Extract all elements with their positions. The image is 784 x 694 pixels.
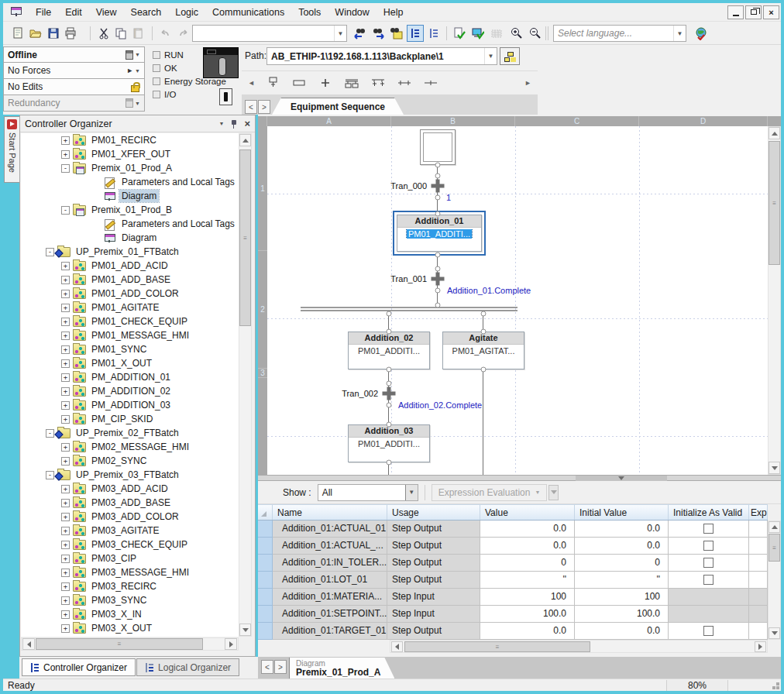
menu-item[interactable]: File bbox=[29, 3, 58, 22]
tree-expander[interactable] bbox=[61, 332, 70, 340]
sfc-canvas[interactable]: Tran_000 1 Addition_01 PM01_ADDITI... Tr… bbox=[267, 126, 768, 475]
row-selector[interactable] bbox=[258, 606, 273, 623]
step-addition-03[interactable]: Addition_03 PM01_ADDITI... bbox=[348, 424, 430, 462]
initial-value-cell[interactable]: 0.0 bbox=[575, 520, 669, 538]
tree-item[interactable]: PM01_CHECK_EQUIP bbox=[21, 314, 239, 328]
tree-item[interactable]: PM03_CHECK_EQUIP bbox=[21, 538, 239, 551]
find-next-button[interactable] bbox=[370, 25, 387, 42]
tree-expander[interactable] bbox=[61, 136, 70, 145]
tree-expander[interactable] bbox=[61, 527, 70, 535]
add-action-icon[interactable] bbox=[317, 76, 334, 90]
restore-button[interactable] bbox=[745, 5, 762, 19]
value-cell[interactable]: 0 bbox=[480, 555, 575, 572]
toggle-controller-organizer-button[interactable] bbox=[407, 25, 424, 42]
scroll-left-button[interactable] bbox=[22, 638, 35, 650]
expression-cell[interactable] bbox=[749, 538, 768, 555]
tree-item[interactable]: PM03_CIP bbox=[21, 551, 239, 565]
expression-cell[interactable] bbox=[749, 555, 768, 572]
scrollbar-thumb[interactable]: ≡ bbox=[769, 141, 780, 265]
undo-button[interactable] bbox=[156, 25, 174, 42]
initial-value-cell[interactable]: 0 bbox=[575, 555, 669, 572]
tab-controller-organizer[interactable]: Controller Organizer bbox=[22, 658, 136, 676]
tree-item[interactable]: PM01_XFER_OUT bbox=[21, 147, 239, 161]
edits-row[interactable]: No Edits bbox=[3, 79, 145, 95]
tree-item[interactable]: PM01_ADD_BASE bbox=[21, 273, 239, 287]
usage-cell[interactable]: Step Output bbox=[387, 623, 480, 640]
initialize-as-valid-cell[interactable] bbox=[669, 623, 749, 640]
value-cell[interactable]: '' bbox=[480, 572, 575, 589]
tree-item[interactable]: UP_Premix_02_FTBatch bbox=[21, 426, 239, 440]
zoom-out-button[interactable] bbox=[527, 25, 544, 42]
tree-expander[interactable] bbox=[61, 582, 70, 591]
column-header[interactable]: Value bbox=[480, 505, 575, 520]
scroll-down-button[interactable] bbox=[239, 624, 251, 636]
tree-expander[interactable] bbox=[46, 248, 54, 256]
scroll-up-button[interactable] bbox=[769, 521, 780, 533]
cut-button[interactable] bbox=[95, 25, 112, 42]
paste-button[interactable] bbox=[129, 25, 146, 42]
expression-cell[interactable] bbox=[749, 589, 768, 606]
transition-cross[interactable] bbox=[432, 180, 445, 193]
language-grid-button[interactable] bbox=[488, 25, 505, 42]
select-all-cell[interactable] bbox=[258, 505, 273, 520]
transition-name[interactable]: Tran_002 bbox=[342, 389, 378, 398]
tree-vertical-scrollbar[interactable]: ≡ bbox=[239, 133, 252, 637]
chevron-down-icon[interactable]: ▼ bbox=[135, 52, 140, 57]
toggle-logical-organizer-button[interactable] bbox=[425, 25, 442, 42]
tree-expander[interactable] bbox=[61, 304, 70, 312]
new-file-button[interactable] bbox=[9, 25, 26, 42]
tab-diagram-premix-01-prod-a[interactable]: Diagram Premix_01_Prod_A bbox=[289, 658, 394, 679]
show-filter-combobox[interactable]: All ▼ bbox=[318, 484, 418, 501]
tree-horizontal-scrollbar[interactable]: ≡ bbox=[21, 637, 239, 651]
parameter-name-cell[interactable]: Addition_01:ACTUAL_... bbox=[273, 538, 387, 555]
redo-button[interactable] bbox=[175, 25, 192, 42]
checkbox[interactable] bbox=[703, 541, 714, 551]
tab-start-page[interactable]: Start Page bbox=[4, 116, 19, 183]
step-tag[interactable]: PM01_ADDITI... bbox=[407, 229, 472, 239]
tree-expander[interactable] bbox=[61, 276, 70, 284]
add-step-icon[interactable] bbox=[264, 76, 281, 90]
filterbar-overflow-button[interactable] bbox=[548, 485, 559, 500]
tree-expander[interactable] bbox=[61, 596, 70, 605]
menu-item[interactable]: Help bbox=[377, 3, 411, 22]
language-combobox[interactable]: Select language... ▼ bbox=[553, 25, 686, 42]
tree-expander[interactable] bbox=[61, 513, 70, 521]
row-selector[interactable] bbox=[258, 572, 273, 589]
diagram-table-splitter[interactable] bbox=[258, 475, 781, 481]
path-combobox[interactable]: AB_ETHIP-1\192.168.1.113\Backplane\1 ▼ bbox=[266, 47, 497, 65]
resize-grip[interactable] bbox=[776, 686, 779, 689]
tree-expander[interactable] bbox=[61, 499, 70, 507]
energy-storage-button[interactable] bbox=[219, 88, 232, 105]
row-selector[interactable] bbox=[258, 538, 273, 555]
tree-item[interactable]: PM02_SYNC bbox=[21, 454, 239, 468]
redundancy-row[interactable]: Redundancy ▼ bbox=[3, 95, 145, 112]
controller-mode-row[interactable]: Offline ▼ bbox=[3, 46, 145, 63]
menu-item[interactable]: Communications bbox=[205, 3, 291, 22]
table-vertical-scrollbar[interactable]: ≡ bbox=[768, 520, 781, 640]
checkbox[interactable] bbox=[703, 558, 714, 568]
tree-expander[interactable] bbox=[61, 624, 70, 633]
scroll-down-button[interactable] bbox=[769, 627, 780, 639]
chevron-down-icon[interactable]: ▼ bbox=[405, 485, 418, 500]
row-selector[interactable] bbox=[258, 520, 273, 538]
tree-item[interactable]: PM_ADDITION_01 bbox=[21, 370, 239, 384]
doc-tab-scroll-left-button[interactable]: < bbox=[261, 660, 273, 674]
transition-condition[interactable]: Addition_01.Complete bbox=[447, 286, 531, 295]
tree-item[interactable]: PM03_SYNC bbox=[21, 593, 239, 607]
usage-cell[interactable]: Step Output bbox=[387, 538, 480, 555]
tree-item[interactable]: Premix_01_Prod_B bbox=[21, 203, 239, 217]
sfc-toolbar-left-arrow[interactable]: ◄ bbox=[248, 79, 255, 87]
value-cell[interactable]: 100 bbox=[480, 589, 575, 606]
parameter-name-cell[interactable]: Addition_01:LOT_01 bbox=[273, 572, 387, 589]
transition-name[interactable]: Tran_000 bbox=[390, 181, 427, 191]
value-cell[interactable]: 0.0 bbox=[480, 520, 575, 538]
initial-value-cell[interactable]: 100.0 bbox=[575, 606, 669, 623]
value-cell[interactable]: 0.0 bbox=[480, 623, 575, 640]
initial-value-cell[interactable]: 0.0 bbox=[575, 623, 669, 640]
save-button[interactable] bbox=[45, 25, 62, 42]
tab-equipment-sequence[interactable]: Equipment Sequence bbox=[272, 98, 404, 115]
column-header[interactable]: Usage bbox=[387, 505, 480, 520]
simultaneous-branch-icon[interactable] bbox=[343, 76, 360, 90]
find-in-routines-button[interactable] bbox=[387, 25, 404, 42]
find-previous-button[interactable] bbox=[352, 25, 369, 42]
